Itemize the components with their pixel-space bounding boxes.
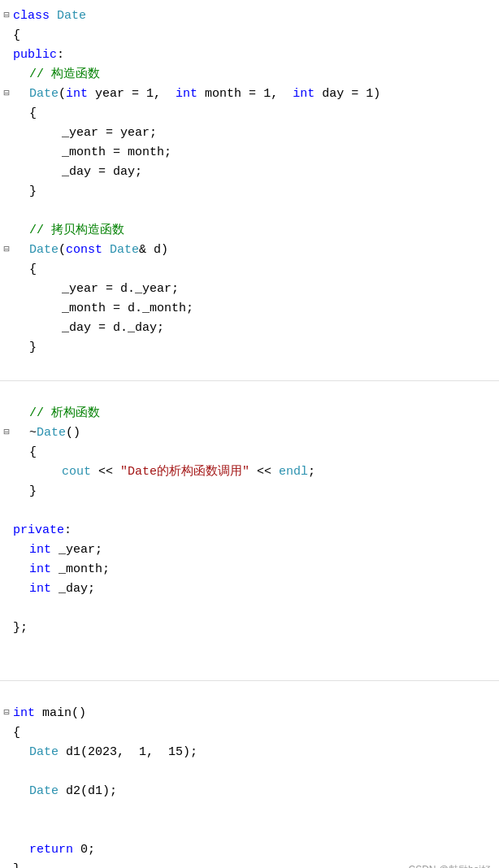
token-class-name: Date: [29, 745, 59, 759]
token-normal: }: [29, 184, 37, 198]
code-line: ⊟int main(): [0, 704, 499, 723]
token-number: 0: [80, 843, 88, 857]
token-normal: ,: [271, 87, 293, 101]
code-line: _month = d._month;: [0, 299, 499, 319]
token-normal: _year = year;: [62, 126, 157, 140]
code-line: [0, 501, 499, 521]
watermark: CSDN @魅励hai好: [408, 862, 491, 868]
token-normal: }: [29, 341, 37, 354]
token-normal: (): [66, 426, 80, 440]
token-normal: ;: [308, 465, 315, 479]
code-line: }: [0, 482, 499, 501]
code-line: // 拷贝构造函数: [0, 221, 499, 241]
token-class-name: Date: [110, 243, 139, 257]
code-text: int _month;: [13, 560, 499, 579]
code-line: [0, 821, 499, 840]
code-line: _day = day;: [0, 163, 499, 182]
code-text: // 析构函数: [13, 404, 499, 423]
code-line: ⊟~Date(): [0, 423, 499, 443]
code-line: private:: [0, 521, 499, 540]
code-line: // 析构函数: [0, 404, 499, 423]
token-kw-const: const: [66, 243, 102, 257]
code-line: };: [0, 618, 499, 638]
token-normal: _year;: [51, 543, 102, 557]
token-normal: d2(d1);: [59, 784, 117, 798]
code-text: _year = d._year;: [13, 280, 499, 299]
code-line: [0, 638, 499, 658]
fold-icon[interactable]: ⊟: [0, 86, 13, 102]
token-normal: [102, 243, 110, 257]
token-number: 1: [366, 87, 373, 101]
code-line: {: [0, 443, 499, 462]
code-line: _year = year;: [0, 124, 499, 143]
code-separator: [0, 680, 499, 681]
code-line: [0, 684, 499, 704]
code-line: return 0;: [0, 840, 499, 860]
code-text: Date(int year = 1, int month = 1, int da…: [13, 85, 499, 104]
code-line: [0, 658, 499, 677]
token-normal: ,: [146, 745, 168, 759]
token-normal: :: [64, 523, 72, 537]
code-line: // 构造函数: [0, 65, 499, 85]
code-line: _year = d._year;: [0, 280, 499, 299]
token-normal: );: [183, 745, 197, 759]
token-normal: _day = day;: [62, 165, 142, 179]
code-line: int _day;: [0, 579, 499, 599]
token-kw-int: int: [13, 706, 35, 720]
fold-icon[interactable]: ⊟: [0, 705, 13, 721]
code-text: {: [13, 723, 499, 743]
code-line: _day = d._day;: [0, 319, 499, 338]
token-normal: [73, 843, 80, 857]
token-normal: {: [29, 445, 37, 459]
fold-icon[interactable]: ⊟: [0, 8, 13, 24]
code-line: [0, 762, 499, 782]
code-text: {: [13, 104, 499, 124]
code-line: [0, 599, 499, 618]
token-normal: }: [29, 484, 37, 498]
code-line: {: [0, 260, 499, 280]
fold-icon[interactable]: ⊟: [0, 242, 13, 258]
fold-icon[interactable]: ⊟: [0, 425, 13, 441]
code-line: ⊟Date(int year = 1, int month = 1, int d…: [0, 85, 499, 104]
token-number: 15: [168, 745, 183, 759]
token-normal: main(): [35, 706, 86, 720]
code-text: // 构造函数: [13, 65, 499, 85]
token-class-name: Date: [29, 87, 59, 101]
code-text: _day = d._day;: [13, 319, 499, 338]
code-text: }: [13, 182, 499, 202]
code-lines: ⊟class Date{public:// 构造函数⊟Date(int year…: [0, 7, 499, 868]
code-text: Date d1(2023, 1, 15);: [13, 743, 499, 762]
token-class-name: Date: [37, 426, 66, 440]
token-kw-public: public: [13, 48, 57, 62]
token-normal: _month = month;: [62, 145, 171, 159]
token-comment: // 构造函数: [29, 67, 100, 81]
token-kw-private: private: [13, 523, 64, 537]
token-kw-int: int: [66, 87, 88, 101]
code-text: return 0;: [13, 840, 499, 860]
token-normal: _day;: [51, 582, 95, 596]
code-line: [0, 358, 499, 377]
token-kw-int: int: [29, 543, 51, 557]
code-text: {: [13, 260, 499, 280]
token-normal: day =: [315, 87, 366, 101]
code-text: cout << "Date的析构函数调用" << endl;: [13, 462, 499, 482]
code-text: _day = day;: [13, 163, 499, 182]
token-normal: (: [59, 243, 66, 257]
code-line: _month = month;: [0, 143, 499, 163]
code-line: Date d1(2023, 1, 15);: [0, 743, 499, 762]
code-line: cout << "Date的析构函数调用" << endl;: [0, 462, 499, 482]
code-text: {: [13, 26, 499, 46]
token-normal: :: [57, 48, 64, 62]
token-kw-int: int: [29, 582, 51, 596]
code-text: };: [13, 618, 499, 638]
code-text: }: [13, 482, 499, 501]
token-comment: // 析构函数: [29, 406, 100, 420]
code-text: int _year;: [13, 540, 499, 560]
code-text: int main(): [13, 704, 499, 723]
token-class-name: Date: [29, 784, 59, 798]
code-text: _month = d._month;: [13, 299, 499, 319]
code-text: int _day;: [13, 579, 499, 599]
code-text: }: [13, 338, 499, 358]
code-line: {: [0, 104, 499, 124]
code-text: _month = month;: [13, 143, 499, 163]
